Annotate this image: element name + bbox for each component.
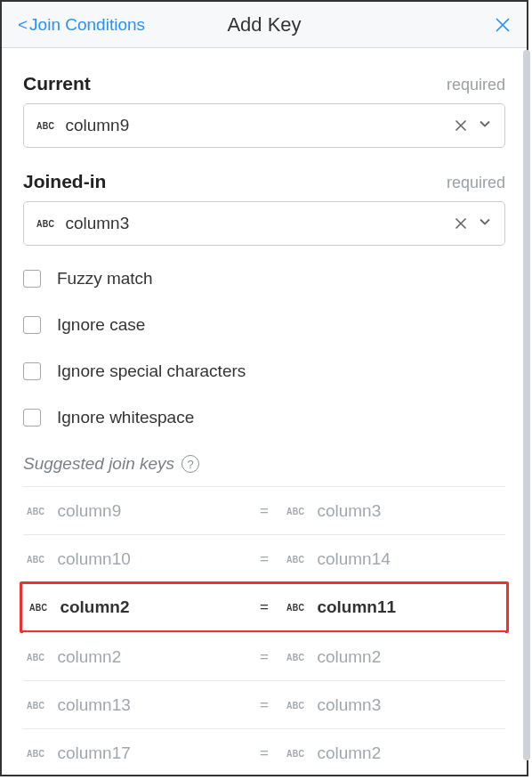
equals-icon: = xyxy=(242,696,286,714)
suggested-right: ABCcolumn3 xyxy=(286,695,502,715)
ignore-whitespace-option[interactable]: Ignore whitespace xyxy=(23,408,505,427)
abc-type-icon: ABC xyxy=(286,553,304,565)
chevron-left-icon: < xyxy=(18,15,28,35)
panel-body: Current required ABC column9 Joined-in r… xyxy=(2,48,527,775)
suggested-right-col: column2 xyxy=(317,647,381,667)
suggested-right-col: column14 xyxy=(317,549,390,569)
suggested-left-col: column2 xyxy=(57,647,121,667)
options-group: Fuzzy match Ignore case Ignore special c… xyxy=(23,269,505,427)
abc-type-icon: ABC xyxy=(286,651,304,662)
back-link-label: Join Conditions xyxy=(29,15,145,35)
current-label-row: Current required xyxy=(23,73,505,94)
suggested-key-row[interactable]: ABCcolumn9=ABCcolumn3 xyxy=(23,486,505,534)
fuzzy-label: Fuzzy match xyxy=(57,269,153,288)
joined-field: Joined-in required ABC column3 xyxy=(23,171,505,246)
close-button[interactable] xyxy=(495,13,511,37)
abc-type-icon: ABC xyxy=(29,602,47,613)
panel-header: < Join Conditions Add Key xyxy=(2,2,527,48)
suggested-right-col: column3 xyxy=(317,695,381,715)
suggested-right: ABCcolumn3 xyxy=(286,501,502,521)
close-icon xyxy=(455,119,467,132)
suggested-left: ABCcolumn10 xyxy=(27,549,242,569)
suggested-left: ABCcolumn17 xyxy=(27,743,242,763)
suggested-key-row[interactable]: ABCcolumn17=ABCcolumn2 xyxy=(23,728,505,775)
joined-label: Joined-in xyxy=(23,171,106,192)
suggested-left: ABCcolumn2 xyxy=(27,647,242,667)
equals-icon: = xyxy=(242,598,286,616)
suggested-right: ABCcolumn14 xyxy=(286,549,502,569)
fuzzy-match-option[interactable]: Fuzzy match xyxy=(23,269,505,288)
scrollbar[interactable] xyxy=(523,50,528,760)
panel-title: Add Key xyxy=(227,13,301,37)
chevron-down-icon[interactable] xyxy=(478,215,492,232)
ignore-ws-label: Ignore whitespace xyxy=(57,408,194,427)
ignore-case-option[interactable]: Ignore case xyxy=(23,315,505,335)
suggested-left: ABCcolumn13 xyxy=(27,695,242,715)
equals-icon: = xyxy=(242,550,286,568)
suggested-right-col: column3 xyxy=(317,501,381,521)
suggested-left: ABCcolumn9 xyxy=(27,501,242,521)
abc-type-icon: ABC xyxy=(27,553,44,565)
abc-type-icon: ABC xyxy=(286,747,304,759)
abc-type-icon: ABC xyxy=(286,602,304,613)
suggested-keys-title: Suggested join keys xyxy=(23,454,174,474)
suggested-keys-list: ABCcolumn9=ABCcolumn3ABCcolumn10=ABCcolu… xyxy=(23,486,505,775)
suggested-right-col: column11 xyxy=(317,597,396,617)
checkbox-icon[interactable] xyxy=(23,270,41,288)
checkbox-icon[interactable] xyxy=(23,409,41,427)
ignore-case-label: Ignore case xyxy=(57,315,145,335)
close-icon xyxy=(455,217,467,230)
chevron-down-icon[interactable] xyxy=(478,117,492,134)
equals-icon: = xyxy=(242,744,286,762)
abc-type-icon: ABC xyxy=(27,699,44,711)
abc-type-icon: ABC xyxy=(286,505,304,516)
clear-joined-button[interactable] xyxy=(455,214,467,233)
suggested-key-row[interactable]: ABCcolumn2=ABCcolumn2 xyxy=(23,632,505,680)
suggested-key-row[interactable]: ABCcolumn10=ABCcolumn14 xyxy=(23,534,505,582)
checkbox-icon[interactable] xyxy=(23,362,41,380)
suggested-right: ABCcolumn11 xyxy=(286,597,499,617)
suggested-right: ABCcolumn2 xyxy=(286,647,502,667)
current-select[interactable]: ABC column9 xyxy=(23,103,505,148)
suggested-left: ABCcolumn2 xyxy=(29,597,242,617)
current-label: Current xyxy=(23,73,91,94)
suggested-left-col: column17 xyxy=(57,743,130,763)
suggested-key-row[interactable]: ABCcolumn2=ABCcolumn11 xyxy=(20,581,509,633)
abc-type-icon: ABC xyxy=(27,651,44,662)
close-icon xyxy=(495,17,511,33)
joined-value: column3 xyxy=(65,214,444,233)
abc-type-icon: ABC xyxy=(27,747,44,759)
suggested-right: ABCcolumn2 xyxy=(286,743,502,763)
current-field: Current required ABC column9 xyxy=(23,73,505,148)
add-key-panel: < Join Conditions Add Key Current requir… xyxy=(0,0,528,776)
ignore-special-label: Ignore special characters xyxy=(57,362,246,381)
current-required: required xyxy=(447,76,505,94)
abc-type-icon: ABC xyxy=(36,120,54,132)
suggested-right-col: column2 xyxy=(317,743,381,763)
suggested-key-row[interactable]: ABCcolumn13=ABCcolumn3 xyxy=(23,680,505,728)
current-value: column9 xyxy=(65,116,444,135)
abc-type-icon: ABC xyxy=(27,505,44,516)
suggested-left-col: column2 xyxy=(60,597,129,617)
clear-current-button[interactable] xyxy=(455,116,467,135)
back-link[interactable]: < Join Conditions xyxy=(18,15,145,35)
abc-type-icon: ABC xyxy=(36,218,54,230)
joined-required: required xyxy=(447,174,505,192)
help-icon[interactable]: ? xyxy=(181,455,199,473)
joined-label-row: Joined-in required xyxy=(23,171,505,192)
checkbox-icon[interactable] xyxy=(23,316,41,334)
joined-select[interactable]: ABC column3 xyxy=(23,201,505,246)
suggested-left-col: column10 xyxy=(57,549,130,569)
suggested-left-col: column9 xyxy=(57,501,121,521)
ignore-special-option[interactable]: Ignore special characters xyxy=(23,362,505,381)
suggested-left-col: column13 xyxy=(57,695,130,715)
equals-icon: = xyxy=(242,648,286,666)
abc-type-icon: ABC xyxy=(286,699,304,711)
suggested-keys-header: Suggested join keys ? xyxy=(23,454,505,474)
equals-icon: = xyxy=(242,502,286,520)
